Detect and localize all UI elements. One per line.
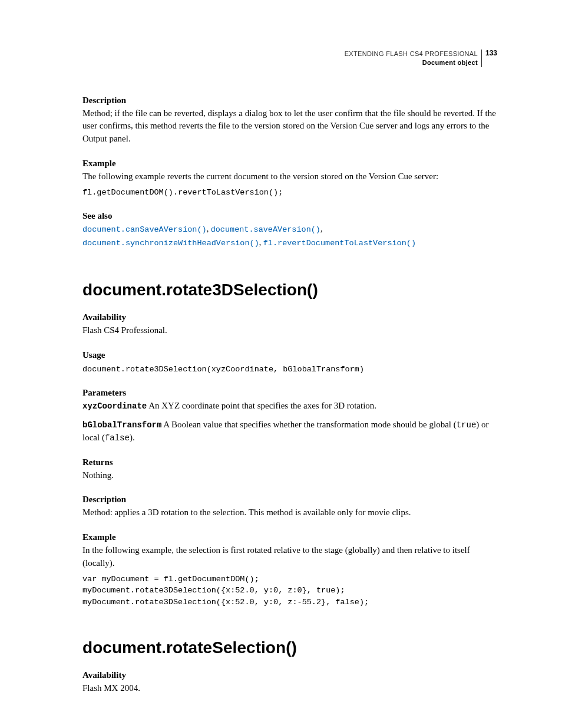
- param-name-bGlobalTransform: bGlobalTransform: [82, 420, 161, 430]
- heading-description: Description: [82, 95, 497, 106]
- see-also-links: document.canSaveAVersion(), document.sav…: [82, 223, 497, 250]
- page-number: 133: [485, 50, 497, 57]
- literal-true: true: [457, 420, 477, 430]
- heading-availability: Availability: [82, 312, 497, 322]
- param-name-xyzCoordinate: xyzCoordinate: [82, 401, 147, 411]
- running-header: EXTENDING FLASH CS4 PROFESSIONAL Documen…: [82, 50, 497, 67]
- description-text: Method; if the file can be reverted, dis…: [82, 107, 497, 146]
- api-title-rotateSelection: document.rotateSelection(): [82, 638, 497, 657]
- param-desc-bGlobalTransform-a: A Boolean value that specifies whether t…: [161, 420, 456, 429]
- heading-usage: Usage: [82, 350, 497, 360]
- heading-see-also: See also: [82, 211, 497, 221]
- description-text-2: Method: applies a 3D rotation to the sel…: [82, 506, 497, 519]
- literal-false: false: [105, 433, 130, 443]
- heading-example-2: Example: [82, 532, 497, 542]
- running-header-text: EXTENDING FLASH CS4 PROFESSIONAL Documen…: [345, 50, 478, 67]
- param-xyzCoordinate: xyzCoordinate An XYZ coordinate point th…: [82, 400, 497, 413]
- param-desc-xyzCoordinate: An XYZ coordinate point that specifies t…: [147, 401, 376, 410]
- example-code-2: var myDocument = fl.getDocumentDOM(); my…: [82, 574, 497, 608]
- availability-text-3: Flash MX 2004.: [82, 682, 497, 695]
- availability-text: Flash CS4 Professional.: [82, 324, 497, 337]
- param-bGlobalTransform: bGlobalTransform A Boolean value that sp…: [82, 419, 497, 444]
- returns-text: Nothing.: [82, 469, 497, 482]
- book-title: EXTENDING FLASH CS4 PROFESSIONAL: [345, 50, 478, 58]
- example-code: fl.getDocumentDOM().revertToLastVersion(…: [82, 187, 497, 199]
- section-revert-tail: Description Method; if the file can be r…: [82, 95, 497, 250]
- heading-returns: Returns: [82, 457, 497, 467]
- link-revertDocumentToLastVersion[interactable]: fl.revertDocumentToLastVersion(): [263, 239, 416, 248]
- link-synchronizeWithHeadVersion[interactable]: document.synchronizeWithHeadVersion(): [82, 239, 259, 248]
- usage-code: document.rotate3DSelection(xyzCoordinate…: [82, 364, 497, 375]
- link-saveAVersion[interactable]: document.saveAVersion(): [211, 225, 320, 234]
- example-intro-2: In the following example, the selection …: [82, 544, 497, 570]
- example-intro: The following example reverts the curren…: [82, 170, 497, 183]
- heading-availability-3: Availability: [82, 670, 497, 680]
- param-desc-bGlobalTransform-c: ).: [130, 433, 135, 442]
- header-divider: [481, 50, 482, 67]
- api-title-rotate3DSelection: document.rotate3DSelection(): [82, 281, 497, 299]
- page-body: EXTENDING FLASH CS4 PROFESSIONAL Documen…: [0, 0, 562, 728]
- heading-parameters: Parameters: [82, 388, 497, 398]
- heading-description-2: Description: [82, 495, 497, 505]
- link-canSaveAVersion[interactable]: document.canSaveAVersion(): [82, 225, 207, 234]
- heading-example: Example: [82, 159, 497, 169]
- chapter-title: Document object: [345, 58, 478, 67]
